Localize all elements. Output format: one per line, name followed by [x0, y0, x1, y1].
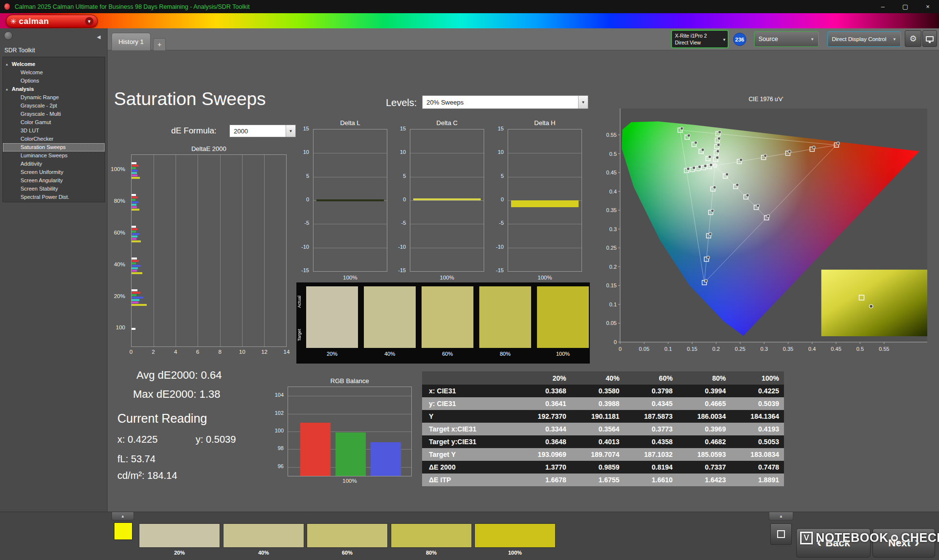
- y-tick-label: -15: [301, 267, 309, 273]
- sidebar-item-grayscale-multi[interactable]: Grayscale - Multi: [3, 110, 105, 118]
- triangle-up-icon: ▲: [779, 514, 783, 518]
- y-tick-label: 102: [275, 410, 284, 416]
- titlebar: Calman 2025 Calman Ultimate for Business…: [0, 0, 939, 13]
- bottom-swatch-100%[interactable]: [474, 523, 556, 548]
- settings-button[interactable]: ⚙: [905, 30, 921, 47]
- levels-dropdown[interactable]: 20% Sweeps ▼: [422, 95, 588, 109]
- swatch-label: 60%: [422, 351, 473, 357]
- y-tick-label: 0: [306, 196, 309, 202]
- de-bar: [132, 304, 147, 306]
- sidebar-item-additivity[interactable]: Additivity: [3, 160, 105, 168]
- delta-l-title: Delta L: [313, 119, 387, 127]
- delta-l-x-label: 100%: [313, 275, 387, 280]
- sidebar-item-dynamic-range[interactable]: Dynamic Range: [3, 93, 105, 102]
- de-bar: [132, 206, 137, 208]
- sidebar-item-spectral-power-dist-[interactable]: Spectral Power Dist.: [3, 193, 105, 201]
- de-bar: [132, 204, 136, 206]
- de-formula-label: dE Formula:: [171, 126, 217, 136]
- sidebar-item-welcome[interactable]: Welcome: [3, 68, 105, 77]
- sidebar-item-screen-angularity[interactable]: Screen Angularity: [3, 176, 105, 185]
- bottom-swatch-60%[interactable]: [307, 523, 388, 548]
- square-icon: [777, 530, 785, 538]
- de-bar: [132, 267, 138, 269]
- svg-text:0.2: 0.2: [713, 346, 720, 352]
- delta-h-plot: [508, 129, 582, 272]
- delta-h-chart: Delta H 151050-5-10-15 100%: [491, 119, 582, 280]
- target-row-label: Target: [297, 319, 304, 351]
- gridline: [410, 153, 484, 153]
- sidebar-item-color-gamut[interactable]: Color Gamut: [3, 118, 105, 127]
- gridline: [313, 248, 387, 248]
- delta-c-plot: [410, 129, 484, 272]
- sidebar-item-3d-lut[interactable]: 3D LUT: [3, 127, 105, 135]
- sidebar-section-welcome[interactable]: ▴Welcome: [3, 60, 105, 68]
- bottom-swatch-20%[interactable]: [139, 523, 220, 548]
- display-control-dropdown[interactable]: Direct Display Control ▼: [827, 31, 901, 47]
- calman-logo-button[interactable]: ✳ calman ▼: [6, 15, 98, 28]
- preview-swatch[interactable]: [114, 522, 133, 540]
- de-bar: [132, 196, 138, 198]
- sidebar: ◀ SDR Toolkit ▴WelcomeWelcomeOptions▴Ana…: [0, 28, 108, 512]
- delta-bar: [511, 200, 579, 207]
- sidebar-item-screen-stability[interactable]: Screen Stability: [3, 185, 105, 193]
- gridline: [313, 224, 387, 224]
- de-formula-value: 2000: [230, 128, 286, 135]
- sidebar-item-options[interactable]: Options: [3, 77, 105, 85]
- y-tick-label: 10: [303, 149, 309, 155]
- svg-text:0.55: 0.55: [606, 132, 617, 138]
- de-bar: [132, 240, 141, 242]
- delta-l-plot: [313, 129, 387, 272]
- back-button[interactable]: ‹ Back: [796, 528, 871, 558]
- calman-window: Calman 2025 Calman Ultimate for Business…: [0, 0, 939, 560]
- y-tick-label: 100: [275, 428, 284, 433]
- y-tick-label: 100%: [111, 166, 125, 172]
- bottom-bar: ▲ ▲ ‹ Back Next › 20%40%60%80%100%: [0, 512, 939, 560]
- pattern-pull-tab[interactable]: ▲: [112, 512, 134, 520]
- add-tab-button[interactable]: +: [153, 38, 166, 50]
- maximize-button[interactable]: ▢: [894, 0, 917, 13]
- chevron-down-icon: ▼: [578, 96, 588, 108]
- y-tick-label: 0: [501, 196, 504, 202]
- sidebar-collapse-icon[interactable]: ◀: [97, 34, 101, 40]
- de-bar: [132, 299, 139, 301]
- tab-history-1[interactable]: History 1: [112, 33, 151, 50]
- bottom-swatch-label: 80%: [391, 550, 472, 556]
- gridline: [410, 224, 484, 224]
- source-dropdown[interactable]: Source ▼: [754, 31, 819, 47]
- y-tick-label: -10: [398, 244, 406, 250]
- controls-pull-tab[interactable]: ▲: [769, 512, 793, 520]
- collapse-triangle-icon: ▴: [6, 60, 8, 68]
- delta-bar: [316, 199, 384, 201]
- de-formula-dropdown[interactable]: 2000 ▼: [229, 125, 296, 137]
- sidebar-item-grayscale-2pt[interactable]: Grayscale - 2pt: [3, 102, 105, 110]
- de-bar: [132, 199, 135, 201]
- sidebar-menu-button[interactable]: [4, 31, 13, 40]
- minimize-button[interactable]: –: [872, 0, 894, 13]
- meter-dropdown[interactable]: X-Rite i1Pro 2 Direct View ▼: [671, 30, 729, 48]
- display-button[interactable]: [922, 30, 937, 47]
- chevron-right-icon: ›: [915, 535, 919, 549]
- logo-menu-arrow-icon[interactable]: ▼: [85, 17, 93, 25]
- next-button[interactable]: Next ›: [872, 528, 935, 558]
- svg-text:0.55: 0.55: [879, 346, 889, 352]
- bottom-swatch-40%[interactable]: [223, 523, 304, 548]
- table-row: Target Y193.0969189.7074187.1032185.0593…: [422, 448, 784, 461]
- sidebar-item-luminance-sweeps[interactable]: Luminance Sweeps: [3, 151, 105, 160]
- bottom-swatch-80%[interactable]: [391, 523, 472, 548]
- de-bar: [132, 228, 137, 230]
- close-button[interactable]: ×: [917, 0, 939, 13]
- de-bar: [132, 172, 137, 174]
- sidebar-tree: ▴WelcomeWelcomeOptions▴AnalysisDynamic R…: [2, 57, 105, 202]
- swatch-label: 100%: [537, 351, 589, 357]
- sidebar-item-screen-uniformity[interactable]: Screen Uniformity: [3, 168, 105, 176]
- sidebar-item-saturation-sweeps[interactable]: Saturation Sweeps: [3, 143, 105, 151]
- pattern-window-button[interactable]: [770, 523, 792, 545]
- calman-aperture-icon: ✳: [10, 17, 17, 26]
- sidebar-section-analysis[interactable]: ▴Analysis: [3, 85, 105, 93]
- y-tick-label: 5: [501, 173, 504, 179]
- svg-text:0.35: 0.35: [783, 346, 793, 352]
- gridline: [176, 155, 176, 346]
- sidebar-item-colorchecker[interactable]: ColorChecker: [3, 135, 105, 143]
- current-reading-heading: Current Reading: [117, 411, 207, 426]
- swatch-label: 80%: [479, 351, 531, 357]
